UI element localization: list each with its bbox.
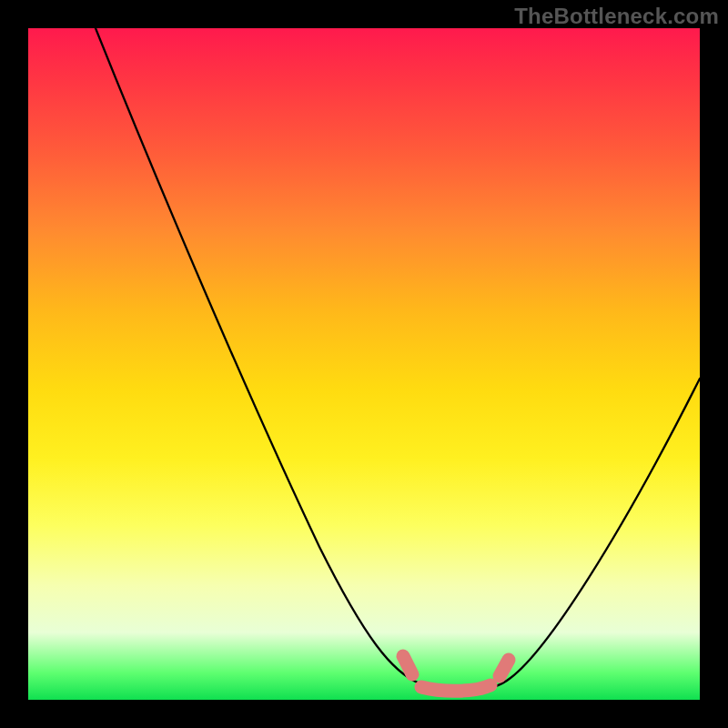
plot-area (28, 28, 700, 700)
curve-minimum-marker-flat (421, 685, 490, 691)
curve-minimum-marker-left (403, 656, 412, 674)
bottleneck-curve-line (96, 28, 700, 692)
chart-frame: TheBottleneck.com (0, 0, 728, 728)
curve-minimum-marker-right (500, 660, 509, 676)
bottleneck-curve-svg (28, 28, 700, 700)
watermark-text: TheBottleneck.com (514, 4, 719, 29)
